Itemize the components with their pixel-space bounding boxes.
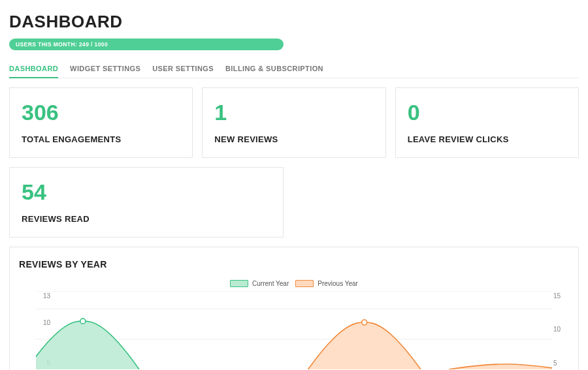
svg-point-4: [362, 320, 367, 325]
ytick: 10: [553, 325, 569, 332]
tabs: DASHBOARD WIDGET SETTINGS USER SETTINGS …: [9, 65, 579, 78]
chart-legend: Current Year Previous Year: [19, 280, 569, 287]
chart-area: 13 10 5 15 10 5: [19, 291, 569, 369]
usage-bar-text: USERS THIS MONTH: 249 / 1000: [16, 41, 108, 48]
stat-label: NEW REVIEWS: [214, 134, 373, 144]
ytick: 15: [553, 292, 569, 300]
tab-dashboard[interactable]: DASHBOARD: [9, 65, 58, 78]
stat-label: LEAVE REVIEW CLICKS: [408, 134, 566, 144]
stat-value: 54: [22, 179, 271, 205]
svg-point-3: [80, 318, 86, 324]
stat-value: 0: [408, 100, 566, 125]
legend-label: Current Year: [252, 280, 289, 287]
stat-card-leave-review-clicks: 0 LEAVE REVIEW CLICKS: [395, 87, 579, 158]
page-title: DASHBOARD: [9, 12, 579, 32]
legend-item-previous-year[interactable]: Previous Year: [295, 280, 358, 287]
legend-item-current-year[interactable]: Current Year: [230, 280, 289, 287]
chart-title: REVIEWS BY YEAR: [19, 259, 569, 270]
legend-swatch: [295, 280, 314, 287]
y-axis-right: 15 10 5: [553, 291, 569, 369]
legend-swatch: [230, 280, 248, 287]
ytick: 5: [553, 360, 569, 367]
stat-label: REVIEWS READ: [22, 214, 271, 224]
stat-card-total-engagements: 306 TOTAL ENGAGEMENTS: [9, 87, 193, 158]
legend-label: Previous Year: [318, 280, 358, 287]
stat-card-new-reviews: 1 NEW REVIEWS: [202, 87, 385, 158]
tab-user-settings[interactable]: USER SETTINGS: [152, 65, 214, 78]
tab-billing[interactable]: BILLING & SUBSCRIPTION: [225, 65, 323, 78]
usage-bar: USERS THIS MONTH: 249 / 1000: [9, 39, 284, 50]
chart-svg: [36, 291, 552, 369]
chart-card-reviews-by-year: REVIEWS BY YEAR Current Year Previous Ye…: [9, 247, 579, 370]
stat-value: 306: [22, 100, 180, 125]
stat-label: TOTAL ENGAGEMENTS: [22, 134, 180, 144]
stat-value: 1: [214, 100, 373, 125]
tab-widget-settings[interactable]: WIDGET SETTINGS: [70, 65, 140, 78]
y-axis-left: 13 10 5: [19, 291, 35, 369]
stat-card-reviews-read: 54 REVIEWS READ: [9, 167, 284, 238]
